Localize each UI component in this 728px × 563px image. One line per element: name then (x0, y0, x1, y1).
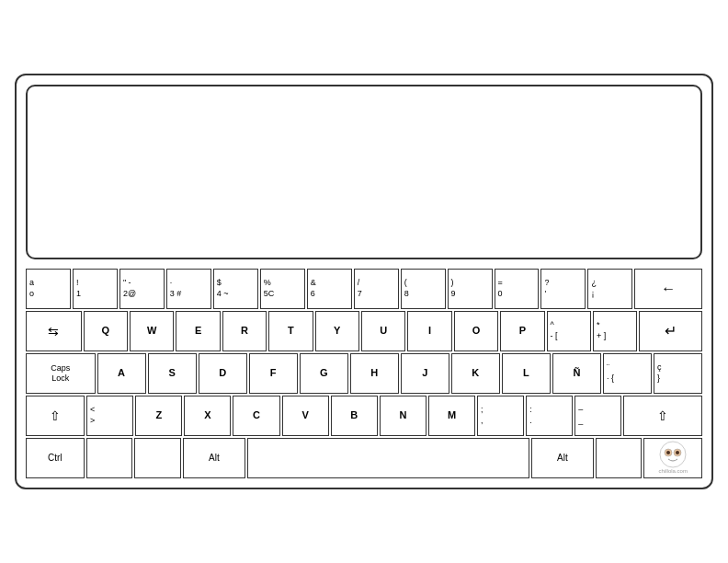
display-area[interactable] (26, 85, 702, 259)
key-alt-left[interactable]: Alt (183, 438, 245, 478)
key-dash-underscore[interactable]: –_ (574, 396, 621, 436)
key-enter[interactable]: ↵ (639, 311, 702, 351)
key-g[interactable]: G (300, 353, 348, 394)
key-p[interactable]: P (500, 311, 544, 351)
key-v[interactable]: V (282, 396, 329, 436)
key-t[interactable]: T (268, 311, 313, 351)
svg-point-0 (660, 442, 686, 467)
key-m[interactable]: M (428, 396, 475, 436)
key-w[interactable]: W (130, 311, 174, 351)
row-asdf: CapsLock A S D F G H J K L Ñ ¨· { ç} (26, 353, 702, 394)
key-b[interactable]: B (331, 396, 378, 436)
key-l[interactable]: L (502, 353, 551, 394)
key-o[interactable]: O (454, 311, 498, 351)
key-j[interactable]: J (401, 353, 449, 394)
key-colon-period[interactable]: :. (526, 396, 573, 436)
key-blank-3[interactable] (596, 438, 643, 478)
watermark-text: chillola.com (659, 468, 688, 475)
key-blank-1[interactable] (86, 438, 133, 478)
key-c[interactable]: C (233, 396, 279, 436)
row-qwerty: ⇆ Q W E R T Y U I O P ^- [ *+ ] ↵ (26, 311, 702, 351)
key-s[interactable]: S (148, 353, 197, 394)
row-numbers: ao !1 " -2@ ·3 # $4 ~ %5C &6 /7 (26, 269, 702, 309)
key-slash-7[interactable]: /7 (354, 269, 399, 309)
key-y[interactable]: Y (315, 311, 359, 351)
key-lt-gt[interactable]: <> (86, 396, 133, 436)
key-dot-hash3[interactable]: ·3 # (166, 269, 211, 309)
key-question[interactable]: ?' (540, 269, 586, 309)
key-space[interactable] (247, 438, 529, 478)
key-d[interactable]: D (199, 353, 247, 394)
key-a-o[interactable]: ao (26, 269, 71, 309)
key-quote-2at[interactable]: " -2@ (119, 269, 165, 309)
key-r[interactable]: R (222, 311, 267, 351)
key-x[interactable]: X (184, 396, 231, 436)
key-q[interactable]: Q (84, 311, 128, 351)
key-ique[interactable]: ¿¡ (587, 269, 632, 309)
key-amp-6[interactable]: &6 (307, 269, 352, 309)
keyboard-rows: ao !1 " -2@ ·3 # $4 ~ %5C &6 /7 (26, 269, 702, 478)
key-tab[interactable]: ⇆ (26, 311, 82, 351)
svg-point-3 (666, 451, 670, 454)
key-n[interactable]: N (380, 396, 427, 436)
key-h[interactable]: H (350, 353, 399, 394)
key-dollar-4tilde[interactable]: $4 ~ (213, 269, 258, 309)
key-rparen-9[interactable]: )9 (448, 269, 493, 309)
key-diaeresis-brace[interactable]: ¨· { (603, 353, 652, 394)
svg-point-4 (676, 451, 679, 454)
key-u[interactable]: U (361, 311, 405, 351)
key-semicolon-comma[interactable]: ;, (477, 396, 524, 436)
key-a[interactable]: A (97, 353, 146, 394)
key-caps-lock[interactable]: CapsLock (26, 353, 96, 394)
key-ntilde[interactable]: Ñ (552, 353, 601, 394)
row-zxcv: ⇧ <> Z X C V B N M ;, :. –_ ⇧ (26, 396, 702, 436)
key-pct-5c[interactable]: %5C (260, 269, 305, 309)
key-chillola-logo[interactable]: chillola.com (643, 438, 702, 478)
key-c-cedilla-brace[interactable]: ç} (654, 353, 702, 394)
key-i[interactable]: I (407, 311, 451, 351)
key-alt-right[interactable]: Alt (531, 438, 594, 478)
key-shift-left[interactable]: ⇧ (26, 396, 85, 436)
key-ctrl[interactable]: Ctrl (26, 438, 85, 478)
key-lparen-8[interactable]: (8 (401, 269, 446, 309)
key-excl-1[interactable]: !1 (73, 269, 118, 309)
row-bottom: Ctrl Alt Alt chillola.com (26, 438, 702, 478)
chillola-icon (659, 441, 687, 468)
key-shift-right[interactable]: ⇧ (623, 396, 702, 436)
key-star-bracket[interactable]: *+ ] (593, 311, 637, 351)
key-f[interactable]: F (249, 353, 298, 394)
key-caret-bracket[interactable]: ^- [ (547, 311, 591, 351)
key-z[interactable]: Z (135, 396, 182, 436)
key-k[interactable]: K (451, 353, 500, 394)
key-eq-0[interactable]: =0 (495, 269, 540, 309)
key-blank-2[interactable] (134, 438, 181, 478)
key-backspace[interactable]: ← (634, 269, 702, 309)
keyboard-container: ao !1 " -2@ ·3 # $4 ~ %5C &6 /7 (15, 74, 713, 489)
key-e[interactable]: E (176, 311, 220, 351)
